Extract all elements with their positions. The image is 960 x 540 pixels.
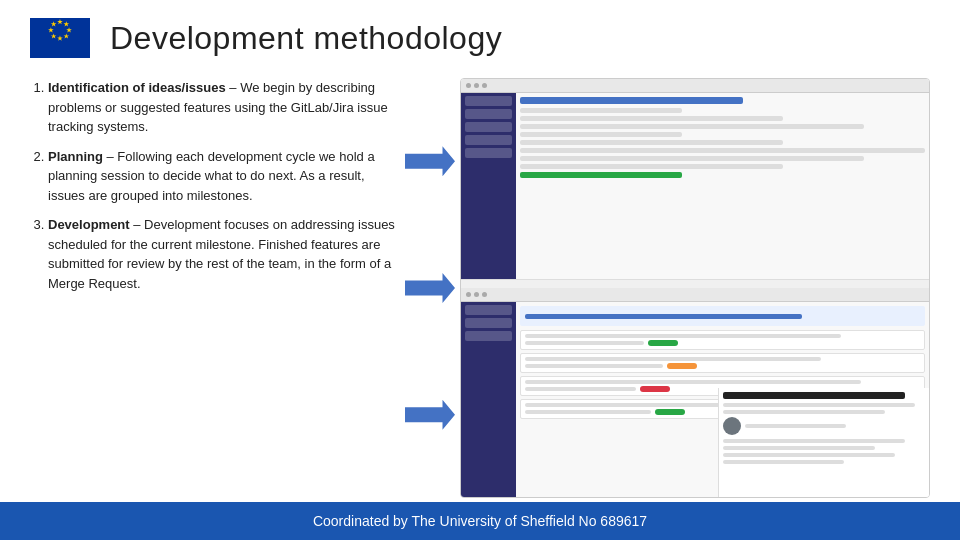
mr-item-2-meta bbox=[525, 363, 920, 369]
item-3-separator: – bbox=[133, 217, 144, 232]
mock-detail-panel bbox=[718, 388, 929, 497]
mock-main-content bbox=[516, 93, 929, 279]
mock-detail-line-5 bbox=[723, 453, 894, 457]
mock-content-area-top bbox=[461, 93, 929, 279]
mr-item-1-meta-1 bbox=[525, 341, 644, 345]
mock-issue-title bbox=[520, 97, 743, 104]
mock-top-panel bbox=[461, 79, 929, 280]
mock-detail-title bbox=[723, 392, 904, 399]
mr-item-1 bbox=[520, 330, 925, 350]
mr-badge-1 bbox=[648, 340, 678, 346]
mock-dot-3 bbox=[482, 83, 487, 88]
arrow-2 bbox=[405, 273, 455, 303]
mock-line-5 bbox=[520, 140, 783, 145]
arrow-2-shape bbox=[405, 273, 455, 303]
footer-text: Coordinated by The University of Sheffie… bbox=[313, 513, 647, 529]
mock-detail-line-4 bbox=[723, 446, 874, 450]
eu-flag-icon bbox=[30, 18, 90, 58]
mock-sidebar-item-5 bbox=[465, 148, 512, 158]
screenshot-mockup bbox=[460, 78, 930, 498]
page-title: Development methodology bbox=[110, 20, 502, 57]
mock-sidebar-item-8 bbox=[465, 331, 512, 341]
mock-merge-header bbox=[520, 306, 925, 326]
arrows-column bbox=[400, 78, 460, 498]
mock-dot-6 bbox=[482, 292, 487, 297]
mock-bottom-content-area bbox=[461, 302, 929, 497]
list-item-3: Development – Development focuses on add… bbox=[48, 215, 400, 293]
mock-line-8 bbox=[520, 164, 783, 169]
mock-user-row bbox=[723, 417, 925, 435]
list-item-2: Planning – Following each development cy… bbox=[48, 147, 400, 206]
arrow-3 bbox=[405, 400, 455, 430]
mr-item-3-title bbox=[525, 380, 861, 384]
header: Development methodology bbox=[0, 0, 960, 68]
mock-dot-1 bbox=[466, 83, 471, 88]
mr-item-2-title bbox=[525, 357, 821, 361]
main-content: Identification of ideas/issues – We begi… bbox=[0, 68, 960, 498]
mock-sidebar-item-7 bbox=[465, 318, 512, 328]
list-item-1: Identification of ideas/issues – We begi… bbox=[48, 78, 400, 137]
mock-dot-2 bbox=[474, 83, 479, 88]
screenshot-column bbox=[460, 78, 930, 498]
mock-bottom-panel bbox=[461, 288, 929, 497]
mock-sidebar-item-3 bbox=[465, 122, 512, 132]
mock-avatar bbox=[723, 417, 741, 435]
item-3-label: Development bbox=[48, 217, 130, 232]
mock-line-1 bbox=[520, 108, 682, 113]
mr-item-4-meta-1 bbox=[525, 410, 651, 414]
mock-status-badge bbox=[520, 172, 682, 178]
mock-detail-line-1 bbox=[723, 403, 915, 407]
mr-badge-2 bbox=[667, 363, 697, 369]
mr-item-3-meta-1 bbox=[525, 387, 636, 391]
mock-dot-4 bbox=[466, 292, 471, 297]
mock-detail-line-2 bbox=[723, 410, 884, 414]
mock-line-7 bbox=[520, 156, 864, 161]
arrow-1-shape bbox=[405, 146, 455, 176]
mock-sidebar-item-6 bbox=[465, 305, 512, 315]
item-2-label: Planning bbox=[48, 149, 103, 164]
mock-sidebar bbox=[461, 93, 516, 279]
mock-line-2 bbox=[520, 116, 783, 121]
mr-badge-3 bbox=[640, 386, 670, 392]
mock-detail-line-3 bbox=[723, 439, 904, 443]
footer-bar: Coordinated by The University of Sheffie… bbox=[0, 502, 960, 540]
item-1-label: Identification of ideas/issues bbox=[48, 80, 226, 95]
mock-browser-bar-2 bbox=[461, 288, 929, 302]
mock-detail-line-6 bbox=[723, 460, 844, 464]
item-1-separator: – bbox=[229, 80, 240, 95]
mock-line-3 bbox=[520, 124, 864, 129]
mock-dot-5 bbox=[474, 292, 479, 297]
methodology-list: Identification of ideas/issues – We begi… bbox=[30, 78, 400, 293]
mock-browser-bar bbox=[461, 79, 929, 93]
mock-sidebar-item-2 bbox=[465, 109, 512, 119]
mock-sidebar-item-4 bbox=[465, 135, 512, 145]
mr-item-1-title bbox=[525, 334, 841, 338]
arrow-3-shape bbox=[405, 400, 455, 430]
mr-badge-4 bbox=[655, 409, 685, 415]
mock-sidebar-item-1 bbox=[465, 96, 512, 106]
mock-sidebar-2 bbox=[461, 302, 516, 497]
text-column: Identification of ideas/issues – We begi… bbox=[30, 78, 400, 498]
mock-line-6 bbox=[520, 148, 925, 153]
arrow-1 bbox=[405, 146, 455, 176]
mock-line-4 bbox=[520, 132, 682, 137]
mr-item-1-meta bbox=[525, 340, 920, 346]
mock-merge-header-text bbox=[525, 314, 802, 319]
item-2-separator: – bbox=[107, 149, 118, 164]
mr-item-2-meta-1 bbox=[525, 364, 663, 368]
mock-username-line bbox=[745, 424, 846, 428]
mr-item-2 bbox=[520, 353, 925, 373]
